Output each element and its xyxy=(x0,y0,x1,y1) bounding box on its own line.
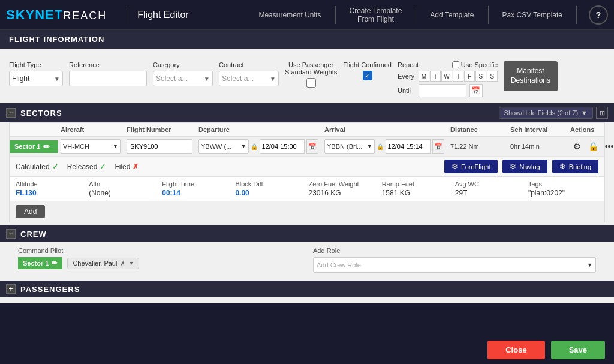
repeat-label: Repeat xyxy=(398,61,419,68)
command-pilot-remove-icon[interactable]: ✗ xyxy=(120,260,125,267)
crew-sector-badge[interactable]: Sector 1 ✏ xyxy=(18,257,62,269)
top-bar: SKYNET REACH Flight Editor Measurement U… xyxy=(0,0,614,30)
arrival-select[interactable]: YBBN (Bri... ▼ xyxy=(324,139,375,154)
departure-calendar-icon[interactable]: 📅 xyxy=(306,139,318,154)
nav-create-template[interactable]: Create Template From Flight xyxy=(342,2,410,28)
more-icon[interactable]: ••• xyxy=(603,140,614,153)
contract-group: Contract Select a... ▼ xyxy=(219,61,279,86)
until-row: Until 📅 xyxy=(398,84,498,97)
flight-fields: Flight Type Flight ▼ Reference Category … xyxy=(9,55,605,103)
add-crew-role-select[interactable]: Add Crew Role ▼ xyxy=(313,257,596,273)
category-select[interactable]: Select a... ▼ xyxy=(153,71,213,86)
briefing-snowflake-icon: ❄ xyxy=(559,162,566,171)
category-placeholder: Select a... xyxy=(156,74,188,83)
sectors-title: SECTORS xyxy=(20,109,499,118)
close-button[interactable]: Close xyxy=(487,341,544,359)
day-wednesday[interactable]: W xyxy=(441,71,452,82)
released-check-icon: ✓ xyxy=(100,163,106,171)
sector-1-badge[interactable]: Sector 1 ✏ xyxy=(10,140,58,153)
passengers-title: PASSENGERS xyxy=(20,285,608,294)
day-thursday[interactable]: T xyxy=(453,71,463,82)
help-button[interactable]: ? xyxy=(589,5,608,25)
departure-arrow-icon: ▼ xyxy=(241,143,246,149)
briefing-button[interactable]: ❄ Briefing xyxy=(552,160,598,173)
altitude-detail: Altitude FL130 xyxy=(16,181,86,197)
app-title: Flight Editor xyxy=(137,10,188,20)
day-monday[interactable]: M xyxy=(419,71,429,82)
passenger-weights-checkbox[interactable] xyxy=(306,78,316,88)
col-header-flight-number: Flight Number xyxy=(124,125,195,134)
use-specific-group: Use Specific xyxy=(452,61,498,68)
flight-type-select[interactable]: Flight ▼ xyxy=(9,71,63,86)
arrival-lock-icon: 🔒 xyxy=(377,143,384,150)
category-label: Category xyxy=(153,61,213,68)
add-sector-button[interactable]: Add xyxy=(16,205,45,218)
crew-grid: Command Pilot Sector 1 ✏ Chevalier, Paul… xyxy=(18,247,596,273)
manifest-destinations-button[interactable]: Manifest Destinations xyxy=(504,61,558,91)
logo-skynet: SKYNET xyxy=(6,7,63,23)
avg-wc-detail: Avg WC 29T xyxy=(455,181,525,197)
logo-divider xyxy=(128,6,128,24)
day-boxes: M T W T F S S xyxy=(419,71,498,82)
use-specific-checkbox[interactable] xyxy=(452,61,459,68)
foreflight-button[interactable]: ❄ ForeFlight xyxy=(444,160,498,173)
add-role-arrow-icon: ▼ xyxy=(587,262,592,268)
sector-edit-icon: ✏ xyxy=(43,142,50,151)
reference-input[interactable] xyxy=(69,71,147,86)
crew-content: Command Pilot Sector 1 ✏ Chevalier, Paul… xyxy=(9,242,605,278)
command-pilot-tag: Chevalier, Paul ✗ ▼ xyxy=(67,258,139,269)
nav-divider-3 xyxy=(488,6,489,24)
reference-group: Reference xyxy=(69,61,147,86)
nav-divider-2 xyxy=(416,6,416,24)
passengers-toggle-button[interactable]: + xyxy=(6,284,16,294)
departure-field: YBWW (... ▼ 🔒 📅 xyxy=(195,139,321,154)
departure-date-input[interactable] xyxy=(260,139,305,154)
details-grid: Altitude FL130 Altn (None) Flight Time 0… xyxy=(16,181,598,197)
passenger-weights-group: Use Passenger Standard Weights xyxy=(285,61,337,88)
gear-icon[interactable]: ⚙ xyxy=(570,140,583,153)
sector-1-fields: Sector 1 ✏ VH-MCH ▼ YBWW (... ▼ xyxy=(10,137,604,156)
sectors-toggle-button[interactable]: − xyxy=(6,108,16,118)
add-role-group: Add Role Add Crew Role ▼ xyxy=(313,247,596,273)
day-saturday[interactable]: S xyxy=(475,71,486,82)
zero-fuel-weight-value: 23016 KG xyxy=(309,189,379,197)
flight-number-input[interactable] xyxy=(127,139,192,154)
until-calendar-icon[interactable]: 📅 xyxy=(469,84,483,97)
top-nav: Measurement Units Create Template From F… xyxy=(251,2,608,28)
category-group: Category Select a... ▼ xyxy=(153,61,213,86)
add-crew-role-placeholder: Add Crew Role xyxy=(317,261,361,269)
day-tuesday[interactable]: T xyxy=(430,71,441,82)
navlog-button[interactable]: ❄ Navlog xyxy=(502,160,547,173)
contract-select[interactable]: Select a... ▼ xyxy=(219,71,279,86)
arrival-calendar-icon[interactable]: 📅 xyxy=(432,139,444,154)
calculated-check-icon: ✓ xyxy=(52,163,58,171)
category-arrow-icon: ▼ xyxy=(204,76,210,82)
filed-x-icon: ✗ xyxy=(133,163,139,171)
passengers-section-header: + PASSENGERS xyxy=(0,281,614,297)
day-sunday[interactable]: S xyxy=(487,71,498,82)
save-button[interactable]: Save xyxy=(551,341,605,359)
distance-value: 71.22 Nm xyxy=(447,143,507,150)
nav-measurement-units[interactable]: Measurement Units xyxy=(251,7,329,23)
sector-1-row: Sector 1 ✏ VH-MCH ▼ YBWW (... ▼ xyxy=(10,137,604,201)
nav-pax-csv[interactable]: Pax CSV Template xyxy=(495,7,571,23)
ramp-fuel-detail: Ramp Fuel 1581 KG xyxy=(382,181,452,197)
aircraft-select[interactable]: VH-MCH ▼ xyxy=(61,139,121,154)
day-friday[interactable]: F xyxy=(464,71,475,82)
lock2-icon[interactable]: 🔒 xyxy=(586,140,600,153)
show-hide-fields-button[interactable]: Show/Hide Fields (2 of 7) ▼ xyxy=(499,107,593,119)
calculated-status: Calculated ✓ xyxy=(16,163,58,171)
sector-action-buttons: ❄ ForeFlight ❄ Navlog ❄ Briefing xyxy=(444,160,598,173)
altitude-detail-label: Altitude xyxy=(16,181,86,188)
contract-arrow-icon: ▼ xyxy=(270,76,276,82)
crew-toggle-button[interactable]: − xyxy=(6,229,16,239)
altn-detail: Altn (None) xyxy=(89,181,159,197)
until-label: Until xyxy=(398,87,416,94)
expand-icon[interactable]: ⊞ xyxy=(596,107,608,119)
departure-select[interactable]: YBWW (... ▼ xyxy=(198,139,249,154)
nav-add-template[interactable]: Add Template xyxy=(422,7,481,23)
flight-confirmed-checkbox[interactable] xyxy=(363,71,372,80)
until-input[interactable] xyxy=(419,84,466,97)
logo-reach: REACH xyxy=(63,10,107,22)
arrival-date-input[interactable] xyxy=(386,139,431,154)
